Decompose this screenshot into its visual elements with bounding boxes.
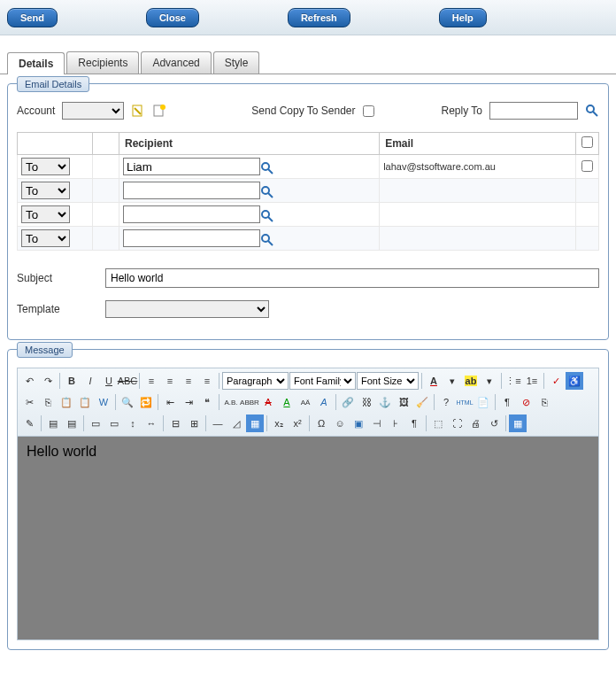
paste-word-icon[interactable]: W xyxy=(95,393,112,411)
link-icon[interactable]: 🔗 xyxy=(339,393,357,411)
attrib-icon[interactable]: A xyxy=(315,393,333,411)
tab-recipients[interactable]: Recipients xyxy=(66,51,139,74)
paste-text-icon[interactable]: 📋 xyxy=(76,393,94,411)
layer-abs-icon[interactable]: ↕ xyxy=(124,414,142,432)
newdoc-icon[interactable]: ↺ xyxy=(485,414,503,432)
send-copy-checkbox[interactable] xyxy=(363,105,374,117)
align-justify-icon[interactable]: ≡ xyxy=(198,372,216,390)
abbr-icon[interactable]: A.B. xyxy=(222,393,240,411)
close-button[interactable]: Close xyxy=(146,8,199,27)
image-icon[interactable]: 🖼 xyxy=(395,393,412,411)
copy-icon[interactable]: ⎘ xyxy=(39,393,57,411)
fullscreen-icon[interactable]: ⛶ xyxy=(448,414,466,432)
reply-to-lookup-icon[interactable] xyxy=(585,104,599,118)
hr-icon[interactable]: — xyxy=(209,414,227,432)
redo-icon[interactable]: ↷ xyxy=(39,372,57,390)
recipient-input[interactable] xyxy=(123,229,260,247)
help-button[interactable]: Help xyxy=(439,8,487,27)
recipient-input[interactable] xyxy=(123,158,260,175)
paragraph-select[interactable]: Paragraph xyxy=(222,372,289,390)
bold-icon[interactable]: B xyxy=(63,372,81,390)
strikethrough-icon[interactable]: ABC xyxy=(119,372,136,390)
cite-icon[interactable]: AÄ xyxy=(296,393,314,411)
new-icon[interactable] xyxy=(152,104,166,118)
recipient-lookup-icon[interactable] xyxy=(260,185,274,199)
special-char-icon[interactable]: Ω xyxy=(312,414,330,432)
dropdown-icon[interactable]: ▾ xyxy=(481,372,498,390)
select-all-checkbox[interactable] xyxy=(581,136,593,148)
tab-advanced[interactable]: Advanced xyxy=(141,51,211,74)
cut-icon[interactable]: ✂ xyxy=(20,393,38,411)
merge-cells-icon[interactable]: ⊟ xyxy=(166,414,184,432)
insert-row-after-icon[interactable]: ▤ xyxy=(63,414,81,432)
del-icon[interactable]: A xyxy=(259,393,277,411)
visualchars-icon[interactable]: ¶ xyxy=(405,414,423,432)
html-icon[interactable]: HTML xyxy=(456,393,474,411)
refresh-button[interactable]: Refresh xyxy=(288,8,350,27)
recipient-lookup-icon[interactable] xyxy=(260,161,274,175)
print-icon[interactable]: 🖨 xyxy=(466,414,484,432)
insert-row-before-icon[interactable]: ▤ xyxy=(44,414,62,432)
font-family-select[interactable]: Font Family xyxy=(289,372,356,390)
recipient-input[interactable] xyxy=(123,205,260,223)
help-icon[interactable]: ? xyxy=(437,393,455,411)
row-checkbox[interactable] xyxy=(581,160,593,172)
layer-back-icon[interactable]: ▭ xyxy=(105,414,123,432)
select-all-icon[interactable]: ⬚ xyxy=(429,414,447,432)
align-center-icon[interactable]: ≡ xyxy=(161,372,179,390)
send-button[interactable]: Send xyxy=(7,8,58,27)
layer-forward-icon[interactable]: ▭ xyxy=(87,414,104,432)
eraser-icon[interactable]: ◿ xyxy=(227,414,245,432)
template-select[interactable] xyxy=(105,300,269,318)
emoticon-icon[interactable]: ☺ xyxy=(331,414,349,432)
recipient-type-select[interactable]: To xyxy=(21,182,70,199)
split-cells-icon[interactable]: ⊞ xyxy=(185,414,203,432)
editor-content[interactable]: Hello world xyxy=(17,437,599,640)
subject-input[interactable] xyxy=(105,268,599,288)
visual-aid-icon[interactable]: ▦ xyxy=(509,414,527,432)
tab-details[interactable]: Details xyxy=(7,52,65,74)
recipient-lookup-icon[interactable] xyxy=(260,233,274,247)
recipient-type-select[interactable]: To xyxy=(21,229,70,247)
underline-icon[interactable]: U xyxy=(100,372,118,390)
cleanup-icon[interactable]: 🧹 xyxy=(413,393,431,411)
pilcrow-icon[interactable]: ¶ xyxy=(498,393,516,411)
align-right-icon[interactable]: ≡ xyxy=(180,372,197,390)
media-icon[interactable]: ▣ xyxy=(350,414,367,432)
preview-icon[interactable]: 📄 xyxy=(474,393,492,411)
template-insert-icon[interactable]: ⎘ xyxy=(535,393,553,411)
recipient-type-select[interactable]: To xyxy=(21,205,70,223)
undo-icon[interactable]: ↶ xyxy=(20,372,38,390)
replace-icon[interactable]: 🔁 xyxy=(137,393,155,411)
layer-new-icon[interactable]: ↔ xyxy=(142,414,160,432)
table-icon[interactable]: ▦ xyxy=(246,414,264,432)
edit-icon[interactable] xyxy=(131,104,145,118)
bullet-list-icon[interactable]: ⋮≡ xyxy=(504,372,522,390)
accessibility-icon[interactable]: ♿ xyxy=(566,372,583,390)
edit-css-icon[interactable]: ✎ xyxy=(20,414,38,432)
italic-icon[interactable]: I xyxy=(81,372,99,390)
recipient-input[interactable] xyxy=(123,182,260,199)
recipient-type-select[interactable]: To xyxy=(21,158,70,175)
blockquote-icon[interactable]: ❝ xyxy=(198,393,216,411)
nbsp-icon[interactable]: ⊦ xyxy=(387,414,404,432)
text-color-icon[interactable]: A xyxy=(425,372,443,390)
recipient-lookup-icon[interactable] xyxy=(260,209,274,223)
number-list-icon[interactable]: 1≡ xyxy=(523,372,541,390)
ins-icon[interactable]: A xyxy=(278,393,296,411)
paste-icon[interactable]: 📋 xyxy=(58,393,75,411)
align-left-icon[interactable]: ≡ xyxy=(142,372,160,390)
subscript-icon[interactable]: x₂ xyxy=(270,414,288,432)
highlight-icon[interactable]: ab xyxy=(462,372,480,390)
outdent-icon[interactable]: ⇤ xyxy=(161,393,179,411)
account-select[interactable] xyxy=(62,102,124,120)
cancel-icon[interactable]: ⊘ xyxy=(517,393,535,411)
pagebreak-icon[interactable]: ⊣ xyxy=(368,414,386,432)
tab-style[interactable]: Style xyxy=(213,51,260,74)
anchor-icon[interactable]: ⚓ xyxy=(376,393,394,411)
spellcheck-icon[interactable]: ✓ xyxy=(547,372,565,390)
font-size-select[interactable]: Font Size xyxy=(357,372,419,390)
acronym-icon[interactable]: ABBR xyxy=(241,393,258,411)
superscript-icon[interactable]: x² xyxy=(289,414,306,432)
dropdown-icon[interactable]: ▾ xyxy=(443,372,461,390)
